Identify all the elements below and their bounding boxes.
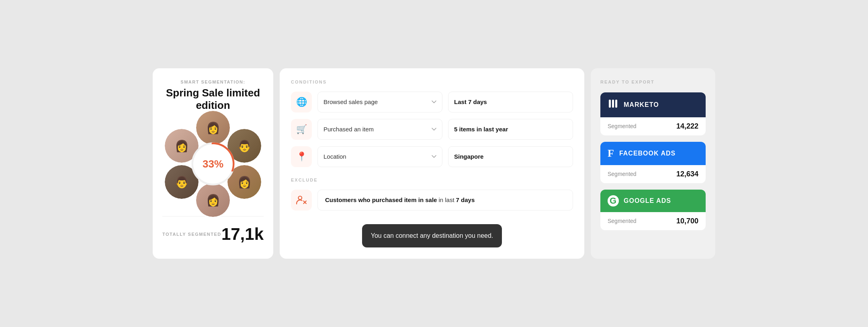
marketo-label: MARKETO [624,101,659,108]
condition-icon-1: 🌐 [291,92,312,112]
main-container: SMART SEGMENTATION: Spring Sale limited … [153,68,715,259]
google-card[interactable]: G GOOGLE ADS Segmented 10,700 [600,190,706,230]
tooltip: You can connect any destination you need… [362,224,502,247]
exclude-row: Customers who purchased item in sale in … [291,190,573,211]
condition-value-1: Last 7 days [448,92,573,112]
exclude-value-box: Customers who purchased item in sale in … [317,190,573,211]
totally-segmented-value: 17,1k [221,225,264,244]
google-segmented-value: 10,700 [676,217,698,225]
svg-point-2 [298,196,302,200]
marketo-icon [608,98,619,112]
condition-icon-3: 📍 [291,146,312,167]
svg-rect-6 [612,100,614,108]
facebook-label: FACEBOOK ADS [619,150,676,157]
marketo-stats: Segmented 14,222 [600,117,706,135]
avatar-4: 👩 [195,182,231,218]
exclude-label: EXCLUDE [291,178,573,182]
facebook-segmented-label: Segmented [608,171,637,177]
ready-to-export-label: READY TO EXPORT [600,80,706,84]
condition-dropdown-3[interactable]: Location [317,146,442,167]
condition-value-3: Singapore [448,146,573,167]
facebook-icon: f [608,147,614,159]
user-x-icon [296,195,307,205]
facebook-card[interactable]: f FACEBOOK ADS Segmented 12,634 [600,142,706,183]
marketo-header: MARKETO [600,92,706,117]
google-stats: Segmented 10,700 [600,212,706,230]
condition-value-2: 5 items in last year [448,119,573,140]
facebook-header: f FACEBOOK ADS [600,142,706,165]
google-icon: G [608,195,619,206]
right-panel: READY TO EXPORT MARKETO Segmented 14,222 [591,68,715,259]
face-1: 👩 [196,111,230,145]
exclude-section: EXCLUDE Customers who purchased item in … [291,178,573,211]
svg-rect-7 [615,100,617,108]
percentage-text: 33% [203,158,223,170]
conditions-label: CONDITIONS [291,80,573,84]
condition-row-2: 🛒 Purchased an item 5 items in last year [291,119,573,140]
svg-rect-5 [609,100,611,108]
exclude-icon [291,190,312,211]
facebook-stats: Segmented 12,634 [600,165,706,183]
avatar-center: 33% [195,146,231,182]
center-panel: CONDITIONS 🌐 Browsed sales page Last 7 d… [280,68,584,259]
avatar-1: 👩 [195,110,231,146]
spring-sale-title: Spring Sale limited edition [162,87,264,112]
totally-segmented-label: TOTALLY SEGMENTED [162,232,221,237]
condition-row-1: 🌐 Browsed sales page Last 7 days [291,92,573,112]
marketo-segmented-value: 14,222 [676,122,698,131]
smart-seg-label: SMART SEGMENTATION: [180,80,245,84]
totally-segmented-row: TOTALLY SEGMENTED 17,1k [162,216,264,244]
google-label: GOOGLE ADS [624,197,671,204]
left-panel: SMART SEGMENTATION: Spring Sale limited … [153,68,273,259]
condition-icon-2: 🛒 [291,119,312,140]
google-segmented-label: Segmented [608,218,637,224]
condition-row-3: 📍 Location Singapore [291,146,573,167]
condition-dropdown-2[interactable]: Purchased an item [317,119,442,140]
marketo-card[interactable]: MARKETO Segmented 14,222 [600,92,706,135]
condition-dropdown-1[interactable]: Browsed sales page [317,92,442,112]
face-4: 👩 [196,183,230,217]
google-header: G GOOGLE ADS [600,190,706,212]
avatar-cluster: 33% 👩 👨 👩 👩 👨 👩 [169,120,257,208]
facebook-segmented-value: 12,634 [676,170,698,178]
marketo-segmented-label: Segmented [608,123,637,129]
